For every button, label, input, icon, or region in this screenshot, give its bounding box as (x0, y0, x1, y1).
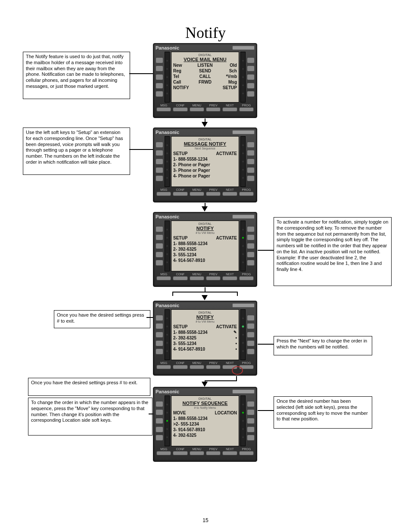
softlabel: Reg (173, 68, 194, 74)
screen-subtitle: # to Notify Menu (173, 406, 237, 409)
bottom-key-label: NEXT (226, 273, 234, 276)
softlabel: SEND (194, 68, 215, 74)
right-softkeys[interactable] (247, 221, 255, 271)
screen-line: >2- 555-1234 (173, 421, 237, 427)
screen-subtitle: # to VM Menu (173, 231, 237, 234)
softlabel: LOCATION (205, 410, 237, 416)
right-softkeys[interactable] (247, 395, 255, 446)
left-softkeys[interactable] (156, 221, 163, 271)
bottom-key-label: MSG (160, 104, 167, 107)
connector (258, 344, 274, 345)
connector (146, 317, 153, 318)
softlabel: ACTIVATE (205, 151, 237, 156)
bottom-key-label: NEXT (226, 188, 234, 191)
bottom-keys[interactable]: MSG CONF MENU PREV NEXT PROG (156, 448, 255, 455)
phone-brand: Panasonic (156, 302, 255, 308)
bottom-key-label: NEXT (226, 361, 234, 364)
connector (172, 292, 173, 296)
dot-icon: • (235, 341, 237, 346)
right-leds (240, 221, 246, 271)
textbox-exit2: Once you have the desired settings press… (28, 378, 150, 396)
bottom-key-label: MENU (193, 188, 202, 191)
textbox-intro: The Notify feature is used to do just th… (23, 52, 130, 99)
bottom-key-label: PROG (242, 104, 251, 107)
lcd-screen: DIGITAL VOICE MAIL MENU NewLISTENOld Reg… (171, 52, 239, 103)
bottom-keys[interactable]: MSG CONF MENU PREV NEXT PROG (156, 188, 255, 196)
softlabel: SETUP (173, 324, 205, 330)
screen-title: NOTIFY (173, 226, 237, 231)
brand-label: Panasonic (156, 389, 179, 394)
textbox-activate: To activate a number for notification, s… (274, 217, 392, 286)
left-softkeys[interactable] (156, 52, 163, 103)
screen-subtitle: Next Sequence (173, 147, 237, 150)
lcd-screen: DIGITAL NOTIFY # to VM Menu SETUPACTIVAT… (171, 221, 239, 271)
screen-subheader: DIGITAL (173, 311, 237, 314)
bottom-key-label: MSG (160, 273, 167, 276)
screen-line: 4- Phone or Pager (173, 173, 237, 179)
left-leds (165, 221, 170, 271)
screen-line: 3- 914-567-8910 (173, 427, 237, 432)
left-leds (165, 395, 170, 446)
softlabel: New (173, 62, 194, 68)
speaker-slot (232, 303, 255, 308)
softlabel: FRWD (194, 79, 215, 85)
page: Notify The Notify feature is used to do … (0, 0, 411, 532)
connector (172, 292, 237, 292)
speaker-slot (232, 215, 255, 219)
bottom-key-label: PROG (242, 361, 251, 364)
softlabel: SETUP (216, 85, 237, 90)
left-leds (165, 309, 170, 360)
screen-line: 4- 914-567-8910 (173, 346, 235, 352)
right-leds (240, 136, 246, 187)
screen-line: 3- 555-1234 (173, 341, 235, 346)
connector (237, 292, 238, 296)
arrow-down-icon (202, 382, 208, 387)
page-title: Notify (0, 24, 411, 42)
connector (258, 410, 274, 411)
softlabel: LISTEN (194, 62, 215, 68)
screen-title: VOICE MAIL MENU (173, 57, 237, 62)
brand-label: Panasonic (156, 45, 179, 50)
screen-line: 3- Phone or Pager (173, 168, 237, 173)
bottom-key-label: CONF (176, 361, 185, 364)
screen-line: 4- 914-567-8910 (173, 258, 237, 263)
pencil-icon: ✎ (234, 330, 237, 335)
softlabel: ACTIVATE (205, 324, 237, 330)
speaker-slot (232, 46, 255, 50)
softlabel: Msg (216, 79, 237, 85)
screen-title: MESSAGE NOTIFY (173, 141, 237, 146)
softlabel: *Vmb (216, 74, 237, 79)
connector (205, 380, 237, 381)
brand-label: Panasonic (156, 303, 179, 308)
speaker-slot (232, 389, 255, 394)
bottom-key-label: PROG (242, 448, 251, 451)
bottom-key-label: PREV (209, 273, 218, 276)
right-leds (240, 309, 246, 360)
bottom-key-label: CONF (176, 273, 185, 276)
bottom-keys[interactable]: MSG CONF MENU PREV NEXT PROG (156, 104, 255, 112)
left-softkeys[interactable] (156, 395, 163, 446)
connector (129, 149, 153, 150)
bottom-key-label: PREV (209, 361, 218, 364)
next-key-highlight-icon (232, 366, 243, 375)
bottom-key-label: PROG (242, 273, 251, 276)
screen-line: 4- 392-6325 (173, 432, 237, 438)
right-softkeys[interactable] (247, 309, 255, 360)
left-softkeys[interactable] (156, 309, 163, 360)
bottom-key-label: MSG (160, 361, 167, 364)
screen-line: 1- 888-5558-1234 (173, 241, 237, 246)
left-leds (165, 52, 170, 103)
screen-line: 2- 392-6325 (173, 246, 237, 252)
screen-line: 2- Phone or Pager (173, 162, 237, 168)
right-softkeys[interactable] (247, 136, 255, 187)
phone-brand: Panasonic (156, 389, 255, 395)
phone-screen-5: Panasonic DIGITAL NOTIFY SEQUENCE # to N… (153, 387, 257, 462)
right-softkeys[interactable] (247, 52, 255, 103)
lcd-screen: DIGITAL MESSAGE NOTIFY Next Sequence SET… (171, 136, 239, 187)
screen-subheader: DIGITAL (173, 137, 237, 141)
bottom-keys[interactable]: MSG CONF MENU PREV NEXT PROG (156, 273, 255, 280)
bottom-key-label: NEXT (226, 448, 234, 451)
softlabel: Old (216, 62, 237, 68)
left-softkeys[interactable] (156, 136, 163, 187)
softlabel (194, 85, 215, 90)
